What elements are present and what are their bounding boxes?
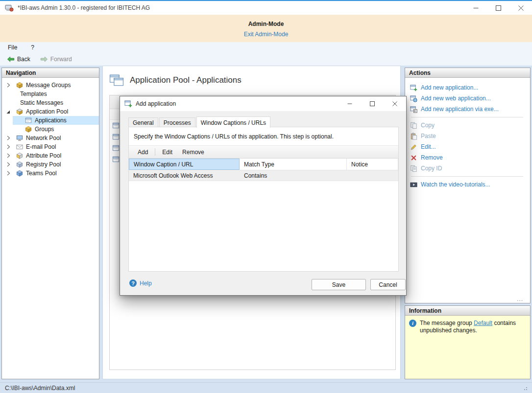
column-header-window-caption-url[interactable]: Window Caption / URL <box>129 159 240 170</box>
chevron-right-icon[interactable] <box>4 82 13 89</box>
nav-item-applications[interactable]: Applications <box>2 116 99 125</box>
help-label[interactable]: Help <box>140 280 152 287</box>
attribute-pool-cube-icon <box>16 152 24 160</box>
message-groups-cube-icon <box>16 81 24 89</box>
back-arrow-icon <box>7 56 15 63</box>
nav-item-application-pool[interactable]: Application Pool <box>2 107 99 116</box>
video-tutorials-icon <box>410 181 417 188</box>
nav-label: Registry Pool <box>26 161 61 168</box>
page-title: Application Pool - Applications <box>130 75 242 85</box>
action-add-new-application-via-exe[interactable]: Add new application via exe... <box>410 104 530 115</box>
nav-label: Network Pool <box>26 135 61 141</box>
exit-admin-mode-link[interactable]: Exit Admin-Mode <box>244 31 289 38</box>
teams-pool-cube-icon <box>16 169 24 177</box>
groups-cube-icon <box>24 125 32 133</box>
minimize-button[interactable] <box>464 1 487 15</box>
nav-item-groups[interactable]: Groups <box>2 125 99 134</box>
dialog-titlebar[interactable]: Add application <box>120 96 406 111</box>
copy-icon <box>410 122 417 129</box>
minimize-icon <box>473 5 479 11</box>
remove-caption-button[interactable]: Remove <box>177 147 209 157</box>
dialog-tab-strip: General Processes Window Captions / URLs <box>128 116 271 127</box>
dialog-maximize-button[interactable] <box>361 96 384 111</box>
action-remove[interactable]: Remove <box>410 152 530 163</box>
menu-bar: File ? <box>0 42 532 53</box>
dialog-minimize-button[interactable] <box>339 96 361 111</box>
application-pool-cube-icon <box>16 108 24 116</box>
window-title: *IBI-aws Admin 1.30.0 - registered for I… <box>18 4 150 11</box>
add-web-application-icon <box>410 95 417 102</box>
chevron-right-icon[interactable] <box>4 161 13 168</box>
column-header-match-type[interactable]: Match Type <box>240 159 347 170</box>
action-add-new-application[interactable]: Add new application... <box>410 82 530 93</box>
column-header-notice[interactable]: Notice <box>347 159 398 170</box>
edit-caption-button[interactable]: Edit <box>157 147 177 157</box>
nav-item-message-groups[interactable]: Message Groups <box>2 81 99 90</box>
window-titlebar[interactable]: *IBI-aws Admin 1.30.0 - registered for I… <box>0 1 532 15</box>
captions-grid-header: Window Caption / URL Match Type Notice <box>129 159 398 170</box>
chevron-right-icon[interactable] <box>4 152 13 159</box>
add-caption-button[interactable]: Add <box>133 147 153 157</box>
caption-grid-row[interactable]: Microsoft Outlook Web Access Contains <box>129 170 398 181</box>
default-message-group-link[interactable]: Default <box>474 320 492 326</box>
menu-help[interactable]: ? <box>28 43 37 52</box>
navigation-toolbar: Back Forward <box>0 53 532 66</box>
tab-general[interactable]: General <box>128 117 158 127</box>
nav-item-static-messages[interactable]: Static Messages <box>2 98 99 107</box>
application-form-icon <box>112 156 120 163</box>
action-watch-video-tutorials[interactable]: Watch the video-tutorials... <box>410 179 530 190</box>
action-add-new-web-application[interactable]: Add new web application... <box>410 93 530 104</box>
close-button[interactable] <box>509 1 532 15</box>
dialog-window-controls <box>339 96 406 111</box>
edit-pencil-icon <box>410 143 417 151</box>
information-header: Information <box>405 306 530 316</box>
maximize-button[interactable] <box>487 1 509 15</box>
nav-label: Static Messages <box>20 99 63 106</box>
nav-label: Attribute Pool <box>26 152 61 159</box>
menu-file[interactable]: File <box>5 43 20 52</box>
save-button[interactable]: Save <box>312 279 366 290</box>
back-label: Back <box>17 56 30 63</box>
nav-item-email-pool[interactable]: E-mail Pool <box>2 142 99 151</box>
help-icon <box>129 279 137 287</box>
application-form-icon <box>112 122 120 129</box>
info-icon <box>409 320 416 327</box>
chevron-down-icon[interactable] <box>4 108 13 115</box>
navigation-panel: Navigation Message Groups Templates Stat… <box>1 68 99 379</box>
actions-overflow-indicator[interactable]: ... <box>517 296 523 302</box>
dialog-description: Specify the Window Captions / URLs of th… <box>129 127 398 145</box>
help-link[interactable]: Help <box>129 279 152 287</box>
tab-processes[interactable]: Processes <box>159 117 195 127</box>
nav-item-teams-pool[interactable]: Teams Pool <box>2 169 99 178</box>
maximize-icon <box>496 5 501 11</box>
actions-list: Add new application... Add new web appli… <box>405 78 530 190</box>
application-form-icon <box>112 133 120 140</box>
nav-label: Applications <box>35 117 67 124</box>
nav-label: Application Pool <box>26 108 68 115</box>
admin-mode-title: Admin-Mode <box>0 21 532 27</box>
forward-button[interactable]: Forward <box>37 55 75 64</box>
action-paste[interactable]: Paste <box>410 131 530 141</box>
nav-item-registry-pool[interactable]: Registry Pool <box>2 160 99 169</box>
nav-label: Templates <box>20 91 47 97</box>
cell-window-caption-url: Microsoft Outlook Web Access <box>129 170 240 181</box>
action-copy-id[interactable]: Copy ID <box>410 163 530 174</box>
app-logo-icon <box>5 4 14 12</box>
nav-item-network-pool[interactable]: Network Pool <box>2 134 99 142</box>
nav-item-templates[interactable]: Templates <box>2 90 99 98</box>
add-application-dialog-icon <box>124 100 132 108</box>
action-copy[interactable]: Copy <box>410 120 530 131</box>
chevron-right-icon[interactable] <box>4 170 13 177</box>
back-button[interactable]: Back <box>4 55 33 64</box>
chevron-right-icon[interactable] <box>4 143 13 150</box>
dialog-close-button[interactable] <box>384 96 406 111</box>
close-icon <box>518 5 524 11</box>
resize-grip[interactable] <box>523 386 527 390</box>
nav-item-attribute-pool[interactable]: Attribute Pool <box>2 151 99 160</box>
window-controls <box>464 1 532 15</box>
cancel-button[interactable]: Cancel <box>370 279 406 290</box>
action-edit[interactable]: Edit... <box>410 141 530 152</box>
chevron-right-icon[interactable] <box>4 135 13 141</box>
add-application-icon <box>410 84 417 92</box>
tab-window-captions-urls[interactable]: Window Captions / URLs <box>196 116 270 128</box>
